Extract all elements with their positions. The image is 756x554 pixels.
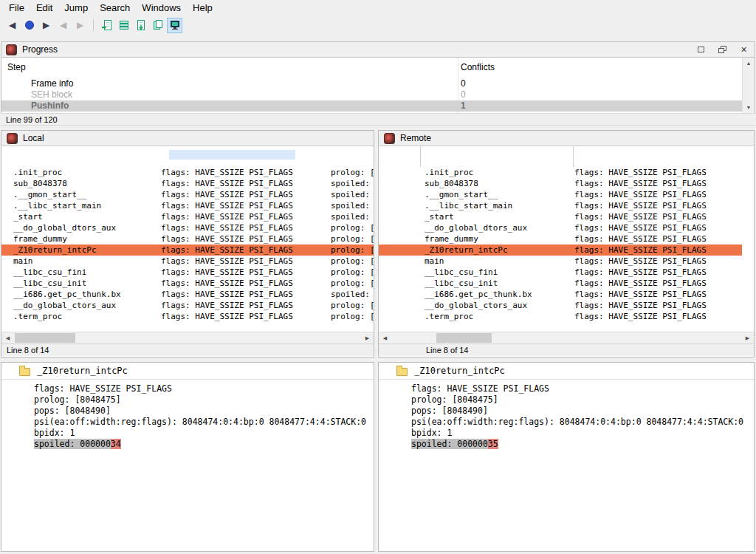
remote-pane-titlebar[interactable]: Remote bbox=[379, 131, 754, 146]
function-name: _start bbox=[13, 211, 43, 222]
scroll-left-icon[interactable]: ◀ bbox=[1, 332, 14, 343]
scroll-thumb[interactable] bbox=[15, 333, 75, 343]
function-row[interactable]: .init_procflags: HAVE_SSIZE PSI_FLAGS bbox=[379, 167, 742, 178]
import-data-icon bbox=[135, 19, 147, 31]
function-row[interactable]: sub_8048378flags: HAVE_SSIZE PSI_FLAGSsp… bbox=[1, 178, 374, 189]
column-header-conflicts[interactable]: Conflicts bbox=[461, 62, 495, 72]
blue-circle-icon bbox=[25, 21, 34, 30]
function-row[interactable]: __libc_csu_initflags: HAVE_SSIZE PSI_FLA… bbox=[1, 278, 374, 289]
window-restore-button[interactable] bbox=[712, 42, 733, 57]
cell-highlight bbox=[169, 150, 295, 160]
function-flags: flags: HAVE_SSIZE PSI_FLAGS bbox=[161, 311, 293, 322]
history-forward-button[interactable]: ▶ bbox=[72, 18, 88, 33]
segments-list-button[interactable] bbox=[116, 18, 131, 33]
function-row[interactable]: sub_8048378flags: HAVE_SSIZE PSI_FLAGS bbox=[379, 178, 742, 189]
local-hscrollbar[interactable]: ◀ ▶ bbox=[1, 332, 374, 343]
function-row[interactable]: mainflags: HAVE_SSIZE PSI_FLAGSprolog: [… bbox=[1, 256, 374, 267]
remote-function-list[interactable]: .init_procflags: HAVE_SSIZE PSI_FLAGSsub… bbox=[379, 146, 754, 332]
function-row[interactable]: frame_dummyflags: HAVE_SSIZE PSI_FLAGSpr… bbox=[1, 233, 374, 244]
scroll-right-icon[interactable]: ▶ bbox=[361, 332, 374, 343]
menu-item-windows[interactable]: Windows bbox=[136, 0, 187, 16]
function-name: __libc_csu_init bbox=[13, 278, 86, 289]
function-row[interactable]: .__libc_start_mainflags: HAVE_SSIZE PSI_… bbox=[379, 200, 742, 211]
function-name: .init_proc bbox=[13, 167, 62, 178]
remote-detail-node[interactable]: _Z10return_intcPc bbox=[379, 363, 754, 380]
function-row[interactable]: .term_procflags: HAVE_SSIZE PSI_FLAGSpro… bbox=[1, 311, 374, 322]
documents-stack-button[interactable] bbox=[150, 18, 165, 33]
function-name: .term_proc bbox=[13, 311, 62, 322]
close-icon: × bbox=[740, 44, 746, 55]
function-row[interactable]: __do_global_ctors_auxflags: HAVE_SSIZE P… bbox=[1, 300, 374, 311]
function-flags: flags: HAVE_SSIZE PSI_FLAGS bbox=[161, 178, 293, 189]
progress-row-pushinfo[interactable]: Pushinfo1 bbox=[1, 100, 742, 112]
ida-app-icon bbox=[6, 44, 17, 55]
function-row[interactable]: .term_procflags: HAVE_SSIZE PSI_FLAGS bbox=[379, 311, 742, 322]
function-row[interactable]: _Z10return_intcPcflags: HAVE_SSIZE PSI_F… bbox=[379, 244, 742, 256]
scroll-right-icon[interactable]: ▶ bbox=[741, 332, 754, 343]
progress-titlebar[interactable]: Progress × bbox=[1, 41, 755, 58]
function-row[interactable]: __i686.get_pc_thunk.bxflags: HAVE_SSIZE … bbox=[1, 289, 374, 300]
function-name: .__gmon_start__ bbox=[425, 189, 498, 200]
local-detail-node[interactable]: _Z10return_intcPc bbox=[1, 363, 374, 380]
function-row[interactable]: __do_global_dtors_auxflags: HAVE_SSIZE P… bbox=[379, 222, 742, 233]
menu-item-help[interactable]: Help bbox=[187, 0, 219, 16]
remote-hscrollbar[interactable]: ◀ ▶ bbox=[379, 332, 754, 343]
local-function-list[interactable]: .init_procflags: HAVE_SSIZE PSI_FLAGSpro… bbox=[1, 146, 374, 332]
function-extra: prolog: [80 bbox=[331, 300, 374, 311]
local-pane-titlebar[interactable]: Local bbox=[1, 131, 374, 146]
forward-arrow-disabled-icon: ▶ bbox=[77, 21, 83, 30]
scroll-thumb[interactable] bbox=[436, 333, 492, 343]
list-icon bbox=[118, 19, 130, 31]
function-row[interactable]: .__gmon_start__flags: HAVE_SSIZE PSI_FLA… bbox=[1, 189, 374, 200]
function-row[interactable]: __libc_csu_finiflags: HAVE_SSIZE PSI_FLA… bbox=[1, 267, 374, 278]
function-flags: flags: HAVE_SSIZE PSI_FLAGS bbox=[161, 300, 293, 311]
stop-button[interactable] bbox=[21, 18, 37, 33]
function-row[interactable]: frame_dummyflags: HAVE_SSIZE PSI_FLAGS bbox=[379, 233, 742, 244]
function-row[interactable]: .__libc_start_mainflags: HAVE_SSIZE PSI_… bbox=[1, 200, 374, 211]
spoiled-diff-value: 35 bbox=[488, 439, 498, 449]
window-maximize-button[interactable] bbox=[690, 42, 712, 57]
nav-back-button[interactable]: ◀ bbox=[4, 18, 20, 33]
menu-item-jump[interactable]: Jump bbox=[58, 0, 94, 16]
menu-item-file[interactable]: File bbox=[3, 0, 30, 16]
desktop-view-button[interactable] bbox=[167, 18, 182, 33]
function-row[interactable]: mainflags: HAVE_SSIZE PSI_FLAGS bbox=[379, 256, 742, 267]
function-row[interactable]: __do_global_dtors_auxflags: HAVE_SSIZE P… bbox=[1, 222, 374, 233]
detail-line: psi(ea:off:width:reg:flags): 8048474:0:4… bbox=[34, 417, 374, 428]
progress-row-seh-block[interactable]: SEH block0 bbox=[1, 89, 742, 100]
function-name: frame_dummy bbox=[13, 233, 67, 244]
function-flags: flags: HAVE_SSIZE PSI_FLAGS bbox=[161, 278, 293, 289]
function-row[interactable]: _Z10return_intcPcflags: HAVE_SSIZE PSI_F… bbox=[1, 244, 374, 256]
function-row[interactable]: __libc_csu_initflags: HAVE_SSIZE PSI_FLA… bbox=[379, 278, 742, 289]
progress-row-frame-info[interactable]: Frame info0 bbox=[1, 78, 742, 89]
nav-forward-button[interactable]: ▶ bbox=[38, 18, 54, 33]
history-back-button[interactable]: ◀ bbox=[55, 18, 71, 33]
column-grid-line bbox=[420, 146, 421, 167]
function-row[interactable]: __i686.get_pc_thunk.bxflags: HAVE_SSIZE … bbox=[379, 289, 742, 300]
function-row[interactable]: __libc_csu_finiflags: HAVE_SSIZE PSI_FLA… bbox=[379, 267, 742, 278]
menu-item-search[interactable]: Search bbox=[94, 0, 136, 16]
function-row[interactable]: .__gmon_start__flags: HAVE_SSIZE PSI_FLA… bbox=[379, 189, 742, 200]
function-name: .term_proc bbox=[425, 311, 473, 322]
detail-line: psi(ea:off:width:reg:flags): 8048474:0:4… bbox=[411, 417, 754, 428]
local-pane: Local .init_procflags: HAVE_SSIZE PSI_FL… bbox=[1, 130, 374, 358]
function-extra: prolog: [80 bbox=[331, 256, 374, 267]
scroll-down-icon[interactable]: ▼ bbox=[743, 102, 755, 113]
function-row[interactable]: _startflags: HAVE_SSIZE PSI_FLAGS bbox=[379, 211, 742, 222]
table-vertical-scrollbar[interactable]: ▲ ▼ bbox=[742, 58, 755, 113]
export-data-button[interactable] bbox=[99, 18, 114, 33]
function-row[interactable]: .init_procflags: HAVE_SSIZE PSI_FLAGSpro… bbox=[1, 167, 374, 178]
scroll-left-icon[interactable]: ◀ bbox=[379, 332, 391, 343]
window-close-button[interactable]: × bbox=[733, 42, 755, 57]
function-row[interactable]: _startflags: HAVE_SSIZE PSI_FLAGSspoiled… bbox=[1, 211, 374, 222]
function-flags: flags: HAVE_SSIZE PSI_FLAGS bbox=[574, 233, 707, 244]
menu-item-edit[interactable]: Edit bbox=[30, 0, 58, 16]
back-arrow-disabled-icon: ◀ bbox=[60, 21, 66, 30]
function-name: frame_dummy bbox=[425, 233, 478, 244]
column-header-step[interactable]: Step bbox=[7, 62, 26, 72]
scroll-up-icon[interactable]: ▲ bbox=[743, 58, 755, 69]
import-data-button[interactable] bbox=[133, 18, 148, 33]
function-row[interactable]: __do_global_ctors_auxflags: HAVE_SSIZE P… bbox=[379, 300, 742, 311]
function-flags: flags: HAVE_SSIZE PSI_FLAGS bbox=[574, 267, 707, 278]
function-flags: flags: HAVE_SSIZE PSI_FLAGS bbox=[574, 167, 707, 178]
